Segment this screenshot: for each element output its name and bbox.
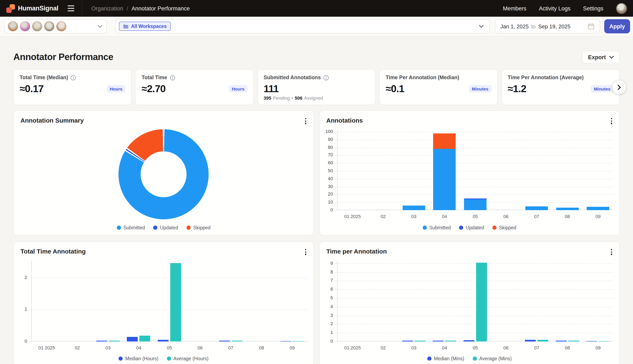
x-tick-label: 09	[583, 214, 613, 219]
legend-dot	[119, 356, 123, 361]
x-tick-label: 02	[368, 214, 399, 219]
plot-area	[337, 132, 613, 210]
bar	[476, 263, 487, 342]
user-avatar[interactable]	[616, 3, 627, 14]
legend-item[interactable]: Skipped	[492, 225, 516, 230]
legend-item[interactable]: Updated	[153, 225, 178, 230]
y-tick-mark	[335, 140, 337, 140]
legend-item[interactable]: Skipped	[186, 225, 210, 230]
apply-button[interactable]: Apply	[604, 19, 630, 33]
bar	[525, 340, 536, 342]
brand-name: HumanSignal	[18, 4, 58, 12]
x-tick-label: 05	[460, 214, 490, 219]
annotator-avatar	[8, 21, 18, 31]
kpi-card-submitted-annotations: Submitted Annotations 111 395 Pending • …	[257, 69, 376, 105]
y-tick-label: 9	[320, 260, 333, 266]
chevron-down-icon	[98, 25, 102, 28]
info-icon[interactable]	[170, 75, 175, 80]
date-join: to	[531, 23, 536, 30]
export-button[interactable]: Export	[582, 51, 620, 64]
info-icon[interactable]	[324, 75, 329, 80]
y-tick-mark	[335, 272, 337, 272]
gridline	[337, 163, 613, 164]
y-tick-mark	[29, 310, 31, 310]
x-tick-label: 08	[246, 345, 277, 350]
x-tick-label: 06	[185, 345, 215, 350]
y-tick-mark	[29, 342, 31, 342]
y-tick-mark	[335, 171, 337, 171]
assigned-label: Assigned	[304, 96, 323, 100]
kpi-value: ≈1.2	[508, 83, 526, 95]
legend-item[interactable]: Updated	[459, 225, 484, 230]
breadcrumb-separator: /	[127, 5, 128, 12]
y-axis-line	[31, 261, 32, 342]
legend-item[interactable]: Submitted	[117, 225, 145, 230]
gridline	[337, 272, 613, 272]
page-title: Annotator Performance	[13, 52, 113, 62]
workspace-select[interactable]: All Workspaces	[115, 19, 490, 33]
legend-item[interactable]: Average (Mins)	[473, 356, 512, 361]
bar	[293, 341, 304, 342]
nav-left: HumanSignal Organization / Annotator Per…	[0, 0, 190, 17]
legend-label: Submitted	[123, 225, 145, 230]
x-tick-label: 05	[154, 345, 185, 350]
nav-members[interactable]: Members	[503, 5, 526, 12]
info-icon[interactable]	[71, 75, 76, 80]
legend-dot	[427, 356, 431, 361]
gridline	[337, 140, 613, 140]
donut-chart	[14, 111, 313, 235]
breadcrumb-organization[interactable]: Organization	[91, 5, 123, 12]
legend-label: Average (Hours)	[173, 356, 208, 361]
annotator-select[interactable]	[4, 19, 107, 33]
legend-dot	[117, 226, 121, 230]
date-range-picker[interactable]: Jan 1, 2025 to Sep 19, 2025	[495, 19, 600, 33]
bar	[433, 341, 444, 342]
y-tick-label: 5	[320, 295, 333, 300]
legend-item[interactable]: Submitted	[423, 225, 451, 230]
y-tick-mark	[335, 148, 337, 148]
bar	[232, 341, 242, 342]
bar	[140, 336, 150, 342]
bar	[109, 341, 120, 342]
nav-settings[interactable]: Settings	[583, 5, 603, 12]
x-tick-label: 08	[552, 345, 583, 350]
annotator-avatar	[56, 21, 66, 31]
chart-legend: SubmittedUpdatedSkipped	[14, 225, 313, 230]
bar-segment	[464, 199, 487, 210]
x-tick-label: 09	[583, 345, 613, 350]
bar-segment	[556, 208, 578, 210]
brand-logo[interactable]: HumanSignal	[0, 4, 58, 13]
date-from: Jan 1, 2025	[500, 23, 529, 30]
y-tick-label: 3	[320, 312, 333, 318]
legend-item[interactable]: Median (Mins)	[427, 356, 464, 361]
kpi-value: 111	[264, 83, 279, 95]
y-tick-mark	[335, 202, 337, 203]
hamburger-menu-icon[interactable]	[66, 4, 76, 13]
export-label: Export	[588, 54, 606, 60]
chart-legend: SubmittedUpdatedSkipped	[320, 225, 619, 230]
date-to: Sep 19, 2025	[538, 23, 571, 30]
bar-segment	[433, 149, 456, 210]
legend-item[interactable]: Median (Hours)	[119, 356, 159, 361]
plot-area	[337, 261, 613, 342]
chevron-down-icon	[479, 25, 484, 28]
x-tick-label: 01 2025	[337, 214, 368, 219]
y-tick-label: 7	[320, 278, 333, 283]
kpi-value: ≈0.17	[20, 83, 44, 95]
y-tick-label: 70	[320, 152, 333, 158]
y-tick-label: 20	[320, 192, 333, 196]
bar	[586, 341, 597, 342]
carousel-next-button[interactable]	[612, 80, 626, 94]
app: HumanSignal Organization / Annotator Per…	[0, 0, 633, 364]
gridline	[337, 155, 613, 156]
kpi-value: ≈0.1	[386, 83, 404, 95]
legend-label: Average (Mins)	[479, 356, 512, 361]
nav-activity-logs[interactable]: Activity Logs	[539, 5, 571, 12]
y-tick-label: 50	[320, 168, 333, 173]
kpi-unit-badge: Minutes	[469, 85, 491, 92]
legend-dot	[473, 356, 477, 361]
pending-label: Pending	[273, 96, 290, 100]
legend-item[interactable]: Average (Hours)	[167, 356, 208, 361]
y-tick-mark	[335, 163, 337, 164]
kpi-unit-badge: Minutes	[591, 85, 613, 92]
